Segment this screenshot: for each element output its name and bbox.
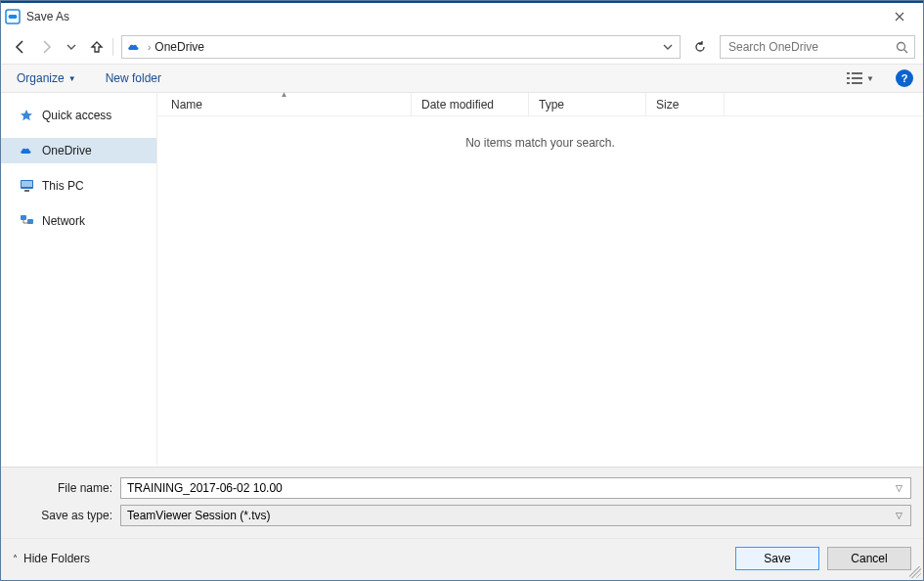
navpane-label: OneDrive <box>42 144 92 157</box>
hide-folders-button[interactable]: ˄ Hide Folders <box>13 552 90 565</box>
save-type-input[interactable] <box>125 508 891 523</box>
column-label: Type <box>539 98 564 112</box>
nav-separator <box>112 38 113 56</box>
refresh-button[interactable] <box>688 35 712 59</box>
navpane-network[interactable]: Network <box>1 208 156 234</box>
svg-point-3 <box>898 42 905 50</box>
view-options-button[interactable]: ▼ <box>843 69 878 87</box>
navpane-quick-access[interactable]: Quick access <box>1 103 156 128</box>
chevron-down-icon: ▼ <box>68 74 76 83</box>
search-icon <box>896 41 908 54</box>
navpane-onedrive[interactable]: OneDrive <box>1 138 156 163</box>
svg-rect-5 <box>852 72 862 74</box>
navigation-pane: Quick access OneDrive This PC Network <box>1 93 157 465</box>
navpane-label: Network <box>42 214 85 228</box>
address-bar[interactable]: › OneDrive <box>121 35 681 59</box>
search-box[interactable] <box>720 35 915 59</box>
chevron-right-icon: › <box>148 42 151 53</box>
column-headers: ▲ Name Date modified Type Size <box>157 93 923 116</box>
onedrive-icon <box>19 143 34 158</box>
onedrive-icon <box>126 39 142 55</box>
column-label: Size <box>656 98 679 112</box>
file-list-pane: ▲ Name Date modified Type Size No items … <box>157 93 923 465</box>
organize-label: Organize <box>17 71 65 85</box>
file-name-input[interactable] <box>125 480 891 496</box>
chevron-down-icon[interactable]: ▽ <box>891 483 906 493</box>
svg-rect-13 <box>21 215 26 220</box>
column-label: Date modified <box>421 98 494 112</box>
back-button[interactable] <box>9 35 32 59</box>
new-folder-label: New folder <box>106 71 161 85</box>
nav-row: › OneDrive <box>1 30 923 64</box>
app-icon <box>5 9 21 24</box>
svg-rect-4 <box>847 72 850 74</box>
title-bar: Save As <box>1 3 923 30</box>
cancel-button[interactable]: Cancel <box>827 547 911 570</box>
window-title: Save As <box>26 10 69 23</box>
resize-grip[interactable] <box>909 566 921 578</box>
svg-rect-9 <box>852 82 862 84</box>
svg-rect-6 <box>847 77 850 79</box>
forward-button[interactable] <box>34 35 58 59</box>
column-label: Name <box>171 98 202 112</box>
navpane-this-pc[interactable]: This PC <box>1 173 156 199</box>
column-date[interactable]: Date modified <box>412 93 529 115</box>
svg-rect-12 <box>24 190 29 192</box>
breadcrumb[interactable]: › OneDrive <box>148 40 204 54</box>
svg-rect-7 <box>852 77 862 79</box>
monitor-icon <box>19 178 34 194</box>
save-type-combo[interactable]: ▽ <box>120 505 911 526</box>
new-folder-button[interactable]: New folder <box>100 68 167 88</box>
address-dropdown[interactable] <box>660 42 676 52</box>
save-button[interactable]: Save <box>735 547 819 570</box>
chevron-down-icon: ▼ <box>866 74 874 83</box>
sort-indicator-icon: ▲ <box>281 90 288 99</box>
up-button[interactable] <box>85 35 109 59</box>
save-type-label: Save as type: <box>13 509 120 522</box>
button-label: Cancel <box>851 552 887 565</box>
column-size[interactable]: Size <box>646 93 725 115</box>
file-name-label: File name: <box>13 481 120 495</box>
organize-button[interactable]: Organize ▼ <box>11 68 82 88</box>
breadcrumb-location[interactable]: OneDrive <box>154 40 204 54</box>
search-input[interactable] <box>726 39 896 55</box>
help-icon: ? <box>902 72 908 84</box>
network-icon <box>19 213 34 229</box>
recent-locations-button[interactable] <box>60 35 83 59</box>
chevron-up-icon: ˄ <box>13 554 18 564</box>
button-label: Save <box>764 552 790 565</box>
column-name[interactable]: ▲ Name <box>157 93 412 115</box>
file-name-combo[interactable]: ▽ <box>120 477 911 499</box>
svg-rect-8 <box>847 82 850 84</box>
toolbar: Organize ▼ New folder ▼ ? <box>1 64 923 93</box>
help-button[interactable]: ? <box>896 69 913 87</box>
svg-rect-11 <box>22 181 32 187</box>
navpane-label: This PC <box>42 179 84 193</box>
empty-list-message: No items match your search. <box>157 116 923 465</box>
chevron-down-icon[interactable]: ▽ <box>891 511 906 520</box>
navpane-label: Quick access <box>42 109 111 122</box>
close-button[interactable] <box>880 3 919 30</box>
star-icon <box>19 108 34 123</box>
column-type[interactable]: Type <box>529 93 646 115</box>
hide-folders-label: Hide Folders <box>23 552 90 565</box>
